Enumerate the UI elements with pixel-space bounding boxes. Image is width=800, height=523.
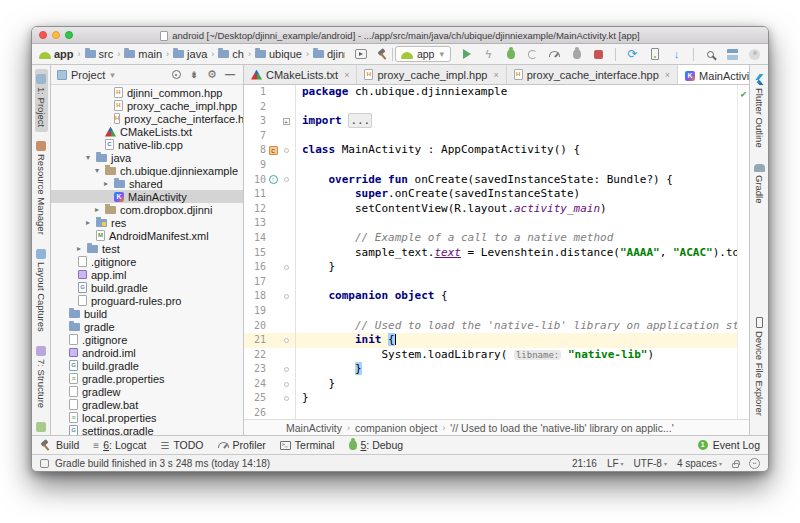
fold-marker-icon[interactable] — [284, 294, 289, 299]
breadcrumb-item-djinniexample[interactable]: djinniexample — [312, 48, 345, 60]
status-widget-21-16[interactable]: 21:16 — [572, 458, 597, 469]
apply-changes-button[interactable]: ϟ — [481, 47, 496, 62]
editor-gutter[interactable]: 14 — [244, 231, 296, 246]
robot-widget[interactable] — [749, 458, 760, 469]
panel-settings-button[interactable]: ⚙ — [205, 68, 219, 82]
tree-arrow-icon[interactable]: ▸ — [102, 179, 110, 188]
profiler-button[interactable] — [547, 47, 562, 62]
tree-item--gitignore[interactable]: .gitignore — [51, 255, 243, 268]
status-widget-lf[interactable]: LF▾ — [607, 458, 624, 469]
tree-item-gradlew[interactable]: gradlew — [51, 385, 243, 398]
tree-item-com-dropbox-djinni[interactable]: ▸com.dropbox.djinni — [51, 203, 243, 216]
editor-gutter[interactable]: 21 — [244, 333, 296, 348]
editor-gutter[interactable]: 20 — [244, 319, 296, 334]
stripe-button-resource-manager[interactable]: Resource Manager — [35, 136, 48, 240]
editor-gutter[interactable]: 16 — [244, 260, 296, 275]
tree-item-settings-gradle[interactable]: settings.gradle — [51, 424, 243, 435]
editor-gutter[interactable]: 11 — [244, 187, 296, 202]
editor-gutter[interactable]: 22 — [244, 348, 296, 363]
avd-manager-button[interactable] — [647, 47, 662, 62]
debug-gray-button[interactable] — [569, 47, 584, 62]
fold-marker-icon[interactable] — [284, 148, 289, 153]
tree-item-test[interactable]: ▸test — [51, 242, 243, 255]
tool-window-button-build[interactable]: Build — [40, 439, 79, 451]
editor-gutter[interactable]: 26 — [244, 406, 296, 419]
tree-item--gitignore[interactable]: .gitignore — [51, 333, 243, 346]
tree-item-native-lib-cpp[interactable]: native-lib.cpp — [51, 138, 243, 151]
tree-item-res[interactable]: ▸res — [51, 216, 243, 229]
editor-gutter[interactable]: 7 — [244, 129, 296, 144]
avatar-button[interactable] — [747, 47, 762, 62]
editor-breadcrumb-item[interactable]: companion object — [355, 422, 437, 434]
tool-window-button-6-logcat[interactable]: ≡6: Logcat — [93, 439, 146, 451]
lock-widget[interactable] — [732, 459, 739, 468]
tree-arrow-icon[interactable]: ▸ — [75, 244, 83, 253]
editor-gutter[interactable]: 18 — [244, 289, 296, 304]
breadcrumb-item-ubique[interactable]: ubique — [254, 48, 303, 60]
cpp-class-gutter-icon[interactable]: C — [269, 146, 278, 155]
attach-debugger-button[interactable] — [525, 47, 540, 62]
tree-item-androidmanifest-xml[interactable]: AndroidManifest.xml — [51, 229, 243, 242]
editor-gutter[interactable]: 3+ — [244, 114, 296, 129]
tool-window-button-todo[interactable]: ☰TODO — [160, 439, 203, 451]
editor-gutter[interactable]: 9 — [244, 158, 296, 173]
hide-panel-button[interactable]: — — [223, 68, 237, 82]
project-structure-button[interactable] — [725, 47, 740, 62]
close-icon[interactable]: × — [493, 70, 498, 80]
editor-gutter[interactable]: 19 — [244, 304, 296, 319]
chevron-down-icon[interactable]: ▾ — [110, 70, 115, 80]
stripe-button-layout-captures[interactable]: Layout Captures — [35, 244, 48, 337]
breadcrumb-item-main[interactable]: main — [123, 48, 163, 60]
editor-scrollbar[interactable]: ✔ — [737, 85, 749, 419]
tree-item-gradle-properties[interactable]: gradle.properties — [51, 372, 243, 385]
editor-gutter[interactable]: 13 — [244, 216, 296, 231]
locate-file-button[interactable] — [169, 68, 183, 82]
status-widget-4-spaces[interactable]: 4 spaces▾ — [677, 458, 722, 469]
tree-item-mainactivity[interactable]: MainActivity — [51, 190, 243, 203]
override-gutter-icon[interactable]: ↑ — [269, 175, 278, 184]
stripe-button-7-structure[interactable]: 7: Structure — [35, 341, 48, 413]
fold-marker-icon[interactable] — [284, 367, 289, 372]
close-icon[interactable]: × — [665, 70, 670, 80]
stripe-button-gradle[interactable]: Gradle — [753, 157, 766, 209]
editor-breadcrumb-item[interactable]: MainActivity — [286, 422, 342, 434]
code-editor[interactable]: 1package ch.ubique.djinniexample23+impor… — [244, 85, 737, 419]
editor-gutter[interactable]: 25 — [244, 391, 296, 406]
tool-window-button-profiler[interactable]: Profiler — [218, 439, 266, 451]
tree-item-djinni-common-hpp[interactable]: djinni_common.hpp — [51, 86, 243, 99]
editor-breadcrumb-item[interactable]: '// Used to load the 'native-lib' librar… — [450, 422, 673, 434]
gradle-sync-button[interactable]: ⟳ — [625, 47, 640, 62]
tree-item-build[interactable]: build — [51, 307, 243, 320]
editor-gutter[interactable]: 12 — [244, 202, 296, 217]
project-panel-title[interactable]: Project — [71, 69, 105, 81]
sdk-manager-button[interactable]: ↓ — [669, 47, 684, 62]
collapse-all-button[interactable]: ⇟ — [187, 68, 201, 82]
tree-item-cmakelists-txt[interactable]: CMakeLists.txt — [51, 125, 243, 138]
tree-item-proxy-cache-impl-hpp[interactable]: proxy_cache_impl.hpp — [51, 99, 243, 112]
event-log-button[interactable]: 1 Event Log — [698, 439, 760, 451]
stripe-button-device-file-explorer[interactable]: Device File Explorer — [753, 312, 766, 421]
editor-tab-proxy-cache-interface-hpp[interactable]: proxy_cache_interface.hpp× — [507, 65, 678, 84]
tool-window-button-5-debug[interactable]: 5: Debug — [349, 439, 404, 451]
debug-button[interactable] — [503, 47, 518, 62]
fold-marker-icon[interactable] — [284, 396, 289, 401]
tree-item-local-properties[interactable]: local.properties — [51, 411, 243, 424]
editor-gutter[interactable]: 23 — [244, 362, 296, 377]
tree-item-build-gradle[interactable]: build.gradle — [51, 359, 243, 372]
breadcrumb-item-app[interactable]: app — [38, 48, 75, 60]
editor-gutter[interactable]: 15 — [244, 246, 296, 261]
editor-gutter[interactable]: 24 — [244, 377, 296, 392]
tree-arrow-icon[interactable]: ▸ — [84, 218, 92, 227]
tool-window-toggle-icon[interactable] — [40, 459, 49, 468]
editor-tab-proxy-cache-impl-hpp[interactable]: proxy_cache_impl.hpp× — [357, 65, 506, 84]
fold-marker-icon[interactable] — [284, 338, 289, 343]
fold-marker-icon[interactable] — [284, 265, 289, 270]
tree-item-proxy-cache-interface-h[interactable]: proxy_cache_interface.h — [51, 112, 243, 125]
editor-gutter[interactable]: 17 — [244, 275, 296, 290]
editor-gutter[interactable]: 1 — [244, 85, 296, 100]
tree-item-proguard-rules-pro[interactable]: proguard-rules.pro — [51, 294, 243, 307]
breadcrumb-item-ch[interactable]: ch — [217, 48, 245, 60]
close-icon[interactable]: × — [344, 70, 349, 80]
status-widget-utf-8[interactable]: UTF-8▾ — [634, 458, 667, 469]
breadcrumb-item-java[interactable]: java — [172, 48, 208, 60]
